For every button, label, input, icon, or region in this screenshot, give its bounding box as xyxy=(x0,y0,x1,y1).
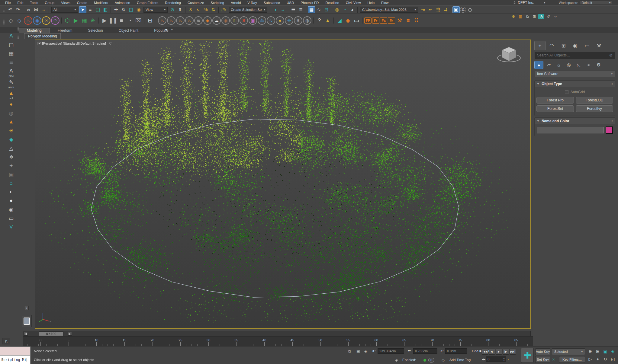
pyramid-tool-icon[interactable]: △ xyxy=(5,144,18,152)
forward-arrow-icon[interactable]: ↪ xyxy=(552,14,558,19)
menu-item-civil-view[interactable]: Civil View xyxy=(343,1,364,5)
timer-clock-icon[interactable]: ◷ xyxy=(538,14,544,19)
frame-spinner[interactable]: ▴▾ xyxy=(504,357,505,361)
shapes-category-icon[interactable]: ▱ xyxy=(544,61,553,69)
rectangular-selection-region-icon[interactable]: ⬚ xyxy=(94,6,101,13)
text-tool-icon[interactable]: A xyxy=(5,32,18,40)
set-key-button[interactable]: Set Key xyxy=(535,356,550,363)
flame-snap-icon[interactable]: ♨ xyxy=(24,16,32,25)
object-color-swatch[interactable] xyxy=(606,126,613,134)
phoenix-fire-4-icon[interactable]: ♨ xyxy=(185,16,194,25)
wet-drop-1-icon[interactable]: ◢ xyxy=(336,17,343,24)
spinner-snap-icon[interactable]: ⇅ xyxy=(210,6,217,13)
walk-through-icon[interactable]: ✦ xyxy=(594,356,601,362)
layer-explorer-icon[interactable]: ≣ xyxy=(297,6,304,13)
forest-lister-icon[interactable]: F▸ xyxy=(372,18,379,24)
workspace-dropdown[interactable]: Default ▾ xyxy=(580,1,612,5)
systems-category-icon[interactable]: ⚙ xyxy=(594,61,603,69)
auto-key-button[interactable]: Auto Key xyxy=(535,348,550,355)
hierarchy-tab[interactable]: ⊞ xyxy=(558,41,569,50)
menu-item-phoenix-fd[interactable]: Phoenix FD xyxy=(297,1,322,5)
account-menu[interactable]: DEFT Inc. ▾ xyxy=(513,0,545,5)
ribbon-tab-freeform[interactable]: Freeform xyxy=(50,28,80,33)
teapot-sim-icon[interactable]: ◉ xyxy=(221,16,230,25)
helpers-category-icon[interactable]: ◺ xyxy=(574,61,583,69)
phoenix-fire-2-icon[interactable]: ♨ xyxy=(167,16,175,25)
curve-editor-icon[interactable]: ∿ xyxy=(315,6,323,13)
selection-lock-icon[interactable]: ▣ xyxy=(356,349,360,353)
menu-item-modifiers[interactable]: Modifiers xyxy=(91,1,111,5)
display-tab[interactable]: ▭ xyxy=(581,41,593,50)
export-scene-icon[interactable]: ⇤ xyxy=(427,6,434,13)
select-by-name-icon[interactable]: ≡ xyxy=(87,6,94,13)
link-revit-icon[interactable]: ⇉ xyxy=(442,6,449,13)
current-frame-field[interactable]: 0 ▴▾ xyxy=(486,356,506,362)
stop-anim-icon[interactable]: ■ xyxy=(117,17,125,24)
menu-item-file[interactable]: File xyxy=(2,1,14,5)
selection-set-dropdown[interactable]: Selected▾ xyxy=(552,348,585,355)
water-snap-icon[interactable]: ◉ xyxy=(33,16,41,25)
notification-bell-icon[interactable]: ▲ xyxy=(324,17,332,24)
named-selection-sets-dropdown[interactable]: Create Selection Se▾ xyxy=(229,7,267,13)
ocean-wave-icon[interactable]: ∿ xyxy=(267,16,275,25)
create-tab[interactable]: + xyxy=(534,41,546,50)
go-to-end-button[interactable]: ▶▶| xyxy=(510,349,516,355)
listener-macro-pane[interactable] xyxy=(0,347,30,356)
board-icon[interactable]: ▦ xyxy=(5,49,18,57)
purple-tool-icon[interactable]: ◠ xyxy=(51,16,60,25)
select-and-place-icon[interactable]: ◉ xyxy=(135,6,142,13)
redo-icon[interactable]: ↷ xyxy=(14,6,21,13)
zoom-extents-all-icon[interactable]: ◈ xyxy=(610,348,616,355)
next-frame-button[interactable]: |▶ xyxy=(503,349,509,355)
rollout-drag-grip[interactable]: ∷ xyxy=(611,82,613,86)
track-bar[interactable]: ≀\ 0510152025303540455055606570758085909… xyxy=(23,336,618,346)
subcategory-dropdown[interactable]: Itoo Software ▾ xyxy=(535,71,615,77)
per-view-filter-icon[interactable]: ▽ xyxy=(109,42,111,46)
splash-icon[interactable]: ❉ xyxy=(285,16,293,25)
scroll-left-button[interactable]: ◂ xyxy=(24,306,29,310)
forest-pack-icon[interactable]: FP xyxy=(364,18,372,24)
play-button[interactable]: ▶ xyxy=(496,349,502,355)
isolate-selection-icon[interactable]: ⧉ xyxy=(348,349,351,354)
modify-tab[interactable]: ◠ xyxy=(546,41,557,50)
faded-box-icon[interactable]: ▣ xyxy=(5,171,18,178)
save-file-icon[interactable]: ▣ xyxy=(452,6,460,13)
cloud-sim-icon[interactable]: ☁ xyxy=(212,16,221,25)
forest-pro-button[interactable]: Forest Pro xyxy=(536,97,574,104)
faded-tool-icon[interactable]: ◍ xyxy=(5,109,18,117)
viewport-shading-menu[interactable]: [Default Shading] xyxy=(79,42,106,46)
mini-curve-editor-icon[interactable]: ≀\ xyxy=(2,338,10,344)
stop-hand-icon[interactable]: ✖ xyxy=(240,16,248,25)
menu-item-customize[interactable]: Customize xyxy=(184,1,207,5)
key-filters-icon[interactable]: ⁙ xyxy=(552,357,555,362)
lights-category-icon[interactable]: ☼ xyxy=(554,61,563,69)
menu-item-scripting[interactable]: Scripting xyxy=(207,1,227,5)
checker-map-icon[interactable]: ▦ xyxy=(80,17,88,24)
vol-script-icon[interactable]: ▲vol xyxy=(5,89,18,100)
eye-icon[interactable]: ◎ xyxy=(303,16,311,25)
object-type-header[interactable]: ▼ Object Type ∷ xyxy=(535,81,615,87)
forest-lod-button[interactable]: ForestLOD xyxy=(576,97,613,104)
schematic-view-icon[interactable]: ⊟ xyxy=(323,6,330,13)
add-time-tag[interactable]: Add Time Tag xyxy=(449,358,471,362)
menu-item-v-ray[interactable]: V-Ray xyxy=(244,1,260,5)
alem-script-icon[interactable]: ✎alem xyxy=(5,78,18,88)
viewport-pov-menu[interactable]: [Perspective] xyxy=(42,42,62,46)
viewport-general-menu[interactable]: [+] xyxy=(37,42,41,46)
unlink-selection-icon[interactable]: ⋈ xyxy=(32,6,40,13)
ribbon-minimize-caret-icon[interactable]: ▾ xyxy=(171,28,173,31)
yellow-tool-icon[interactable]: ☉ xyxy=(42,16,50,25)
snow-icon[interactable]: ❄ xyxy=(294,16,302,25)
frame-step-icons[interactable]: ◀▶ xyxy=(482,358,485,361)
angle-snap-icon[interactable]: ⊾ xyxy=(195,6,202,13)
field-of-view-icon[interactable]: ▷ xyxy=(587,356,594,362)
autogrid-checkbox[interactable] xyxy=(565,90,568,94)
paint-rect-icon[interactable]: ▭ xyxy=(352,17,360,24)
paste-clipboard-icon[interactable]: ⊞ xyxy=(531,14,537,19)
forest-library-icon[interactable]: Fa xyxy=(380,18,387,24)
scene-explorer-icon[interactable]: ☰ xyxy=(290,6,297,13)
absolute-mode-icon[interactable]: ◈ xyxy=(364,349,367,353)
zoom-all-icon[interactable]: ⊞ xyxy=(594,348,601,355)
menu-item-help[interactable]: Help xyxy=(364,1,378,5)
ribbon-tab-modeling[interactable]: Modeling xyxy=(19,28,50,33)
